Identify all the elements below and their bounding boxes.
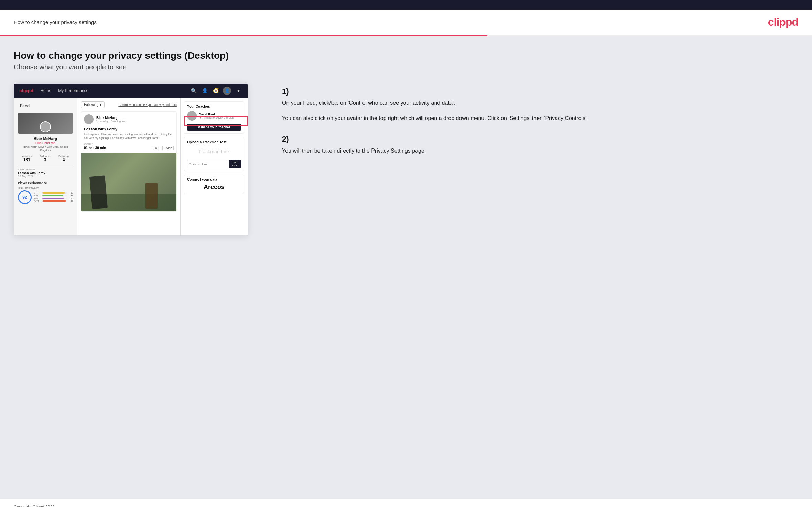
tpq-bar-track [42,192,67,194]
post-title: Lesson with Fordy [84,127,174,131]
app-nav: clippd Home My Performance 🔍 👤 🧭 👤 ▾ [14,84,248,98]
tpq-bar-label: APP [34,195,41,197]
instructions-panel: 1) On your Feed, click/tap on 'Control w… [275,84,798,168]
coach-club: 📍 Royal North Devon Golf Club [199,116,234,119]
following-bar: Following ▾ Control who can see your act… [81,101,177,108]
profile-handicap: Plus Handicap [18,141,73,145]
pin-icon: 📍 [199,116,202,119]
following-label: Following [84,103,98,107]
tpq-bar-track [42,195,67,196]
post-user-info: Blair McHarg Yesterday · Sunningdale [96,116,126,123]
person-icon[interactable]: 👤 [201,87,208,95]
tpq-bar-value: 86 [68,197,73,199]
step-2-number: 2) [282,135,798,144]
coach-name: David Ford [199,113,234,116]
tpq-bar-value: 96 [68,200,73,202]
profile-club: Royal North Devon Golf Club, United King… [18,145,73,152]
duration-row: 01 hr : 30 min OTT APP [84,146,174,150]
tpq-bar-row: PUTT 96 [34,200,73,202]
latest-activity-date: 03 Aug 2022 [18,175,73,178]
post-content: Lesson with Fordy Looking to feel like m… [81,127,176,153]
divider [18,166,73,166]
instruction-step-2: 2) You will then be taken directly to th… [282,135,798,155]
tpq-bar-fill [42,192,65,194]
coach-item: David Ford 📍 Royal North Devon Golf Club [187,111,241,121]
chevron-down-icon: ▾ [235,87,242,95]
instruction-step-1: 1) On your Feed, click/tap on 'Control w… [282,87,798,122]
tpq-circle: 92 [18,190,32,204]
app-nav-links: Home My Performance [40,88,183,93]
tpq-bar-label: PUTT [34,200,41,202]
feed-post: Blair McHarg Yesterday · Sunningdale Les… [81,111,177,212]
step-1-extra-text: You can also click on your avatar in the… [282,114,798,123]
trackman-input-row: Add Link [187,160,241,168]
stat-activities-label: Activities [22,155,32,157]
manage-coaches-button[interactable]: Manage Your Coaches [187,124,241,131]
trackman-title: Upload a Trackman Test [187,140,241,144]
post-user-name: Blair McHarg [96,116,126,120]
top-bar [0,0,812,10]
add-link-button[interactable]: Add Link [229,160,241,168]
nav-my-performance[interactable]: My Performance [58,88,88,93]
profile-avatar-small [40,121,51,132]
tpq-bar-track [42,200,67,202]
feed-post-header: Blair McHarg Yesterday · Sunningdale [81,112,176,127]
tpq-bar-fill [42,198,64,199]
compass-icon[interactable]: 🧭 [212,87,219,95]
trackman-link-input[interactable] [187,160,227,168]
trackman-section: Upload a Trackman Test Trackman Link Add… [184,137,244,171]
duration-label: Duration [84,143,174,145]
tpq-bar-row: OTT 90 [34,192,73,194]
app-right-panel: Your Coaches David Ford 📍 Royal North De… [181,98,248,235]
stat-following-value: 4 [58,157,69,162]
step-1-number: 1) [282,87,798,96]
main-content: How to change your privacy settings (Des… [0,36,812,499]
page-title: How to change your privacy settings (Des… [14,50,798,61]
tpq-bar-track [42,198,67,199]
tpq-bar-label: ARG [34,197,41,199]
following-button[interactable]: Following ▾ [81,101,105,108]
tpq-label: Total Player Quality [18,187,73,189]
site-footer: Copyright Clippd 2022 [0,499,812,507]
search-icon[interactable]: 🔍 [190,87,197,95]
post-image [81,153,176,211]
app-mockup: clippd Home My Performance 🔍 👤 🧭 👤 ▾ [14,84,248,235]
tpq-bars: OTT 90 APP 85 ARG 86 PUTT [34,192,73,203]
page-breadcrumb: How to change your privacy settings [14,19,97,25]
step-2-text: You will then be taken directly to the P… [282,146,798,155]
stat-following: Following 4 [58,155,69,162]
coaches-section: Your Coaches David Ford 📍 Royal North De… [184,101,244,134]
stat-followers-value: 3 [40,157,50,162]
tpq-bar-row: APP 85 [34,195,73,197]
arccos-logo: Arccos [187,184,241,191]
post-user-avatar [84,114,94,124]
tag-app: APP [164,146,174,150]
profile-name: Blair McHarg [18,136,73,141]
tpq-bar-value: 90 [68,192,73,194]
tag-ott: OTT [153,146,163,150]
user-avatar[interactable]: 👤 [223,87,231,95]
tpq-bar-fill [42,195,63,196]
stat-activities: Activities 131 [22,155,32,162]
app-feed: Following ▾ Control who can see your act… [77,98,181,235]
site-header: How to change your privacy settings clip… [0,10,812,35]
tpq-bar-label: OTT [34,192,41,194]
dropdown-chevron: ▾ [100,103,101,107]
profile-cover-image [18,113,73,134]
coach-info: David Ford 📍 Royal North Devon Golf Club [199,113,234,119]
nav-home[interactable]: Home [40,88,51,93]
latest-activity-label: Latest Activity [18,168,73,171]
connect-title: Connect your data [187,178,241,181]
tpq-bar-value: 85 [68,195,73,197]
site-logo: clippd [768,16,798,29]
feed-label: Feed [18,102,73,110]
content-layout: clippd Home My Performance 🔍 👤 🧭 👤 ▾ [14,84,798,235]
stat-followers-label: Followers [40,155,50,157]
stat-followers: Followers 3 [40,155,50,162]
stat-activities-value: 131 [22,157,32,162]
stat-following-label: Following [58,155,69,157]
player-performance-section: Player Performance Total Player Quality … [18,181,73,204]
player-perf-title: Player Performance [18,181,73,185]
app-sidebar: Feed Blair McHarg Plus Handicap Royal No… [14,98,77,235]
control-privacy-link[interactable]: Control who can see your activity and da… [118,103,177,107]
